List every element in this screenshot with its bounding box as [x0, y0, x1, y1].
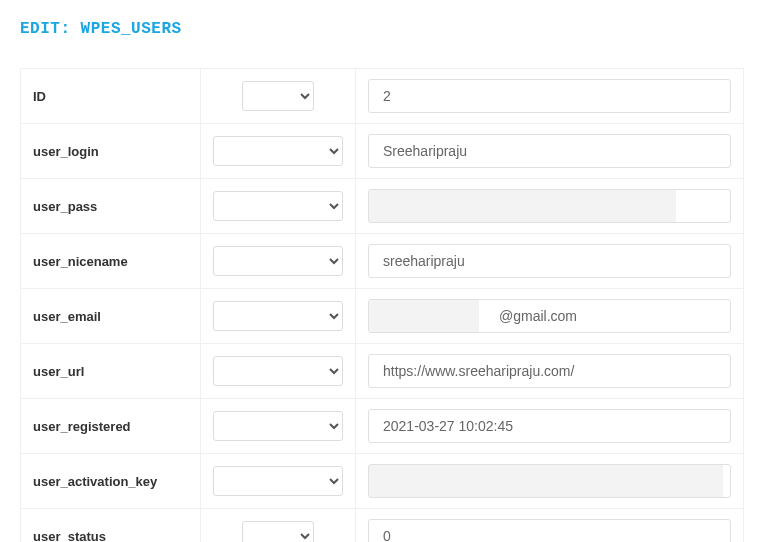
edit-form-table: ID user_login user_pass user_nicename us… — [20, 68, 744, 542]
form-row-user-login: user_login — [21, 124, 744, 179]
field-label: user_url — [33, 364, 84, 379]
form-row-user-registered: user_registered — [21, 399, 744, 454]
field-input-user-registered[interactable] — [368, 409, 731, 443]
field-input-user-email[interactable] — [368, 299, 731, 333]
operator-select-user-nicename[interactable] — [213, 246, 343, 276]
field-input-user-pass[interactable] — [368, 189, 731, 223]
field-label: user_activation_key — [33, 474, 157, 489]
page-title: EDIT: WPES_USERS — [20, 20, 744, 38]
operator-select-user-registered[interactable] — [213, 411, 343, 441]
field-input-user-url[interactable] — [368, 354, 731, 388]
field-label: user_registered — [33, 419, 131, 434]
field-label: user_email — [33, 309, 101, 324]
field-input-id[interactable] — [368, 79, 731, 113]
operator-select-id[interactable] — [242, 81, 314, 111]
field-input-user-nicename[interactable] — [368, 244, 731, 278]
form-row-user-url: user_url — [21, 344, 744, 399]
form-row-user-email: user_email — [21, 289, 744, 344]
operator-select-user-email[interactable] — [213, 301, 343, 331]
form-row-user-nicename: user_nicename — [21, 234, 744, 289]
operator-select-user-pass[interactable] — [213, 191, 343, 221]
field-label: user_pass — [33, 199, 97, 214]
field-label: ID — [33, 89, 46, 104]
operator-select-user-status[interactable] — [242, 521, 314, 542]
field-label: user_login — [33, 144, 99, 159]
form-row-user-status: user_status — [21, 509, 744, 543]
field-input-user-activation-key[interactable] — [368, 464, 731, 498]
form-row-id: ID — [21, 69, 744, 124]
operator-select-user-activation-key[interactable] — [213, 466, 343, 496]
field-label: user_status — [33, 529, 106, 543]
operator-select-user-login[interactable] — [213, 136, 343, 166]
operator-select-user-url[interactable] — [213, 356, 343, 386]
field-input-user-status[interactable] — [368, 519, 731, 542]
form-row-user-pass: user_pass — [21, 179, 744, 234]
field-label: user_nicename — [33, 254, 128, 269]
field-input-user-login[interactable] — [368, 134, 731, 168]
form-row-user-activation-key: user_activation_key — [21, 454, 744, 509]
